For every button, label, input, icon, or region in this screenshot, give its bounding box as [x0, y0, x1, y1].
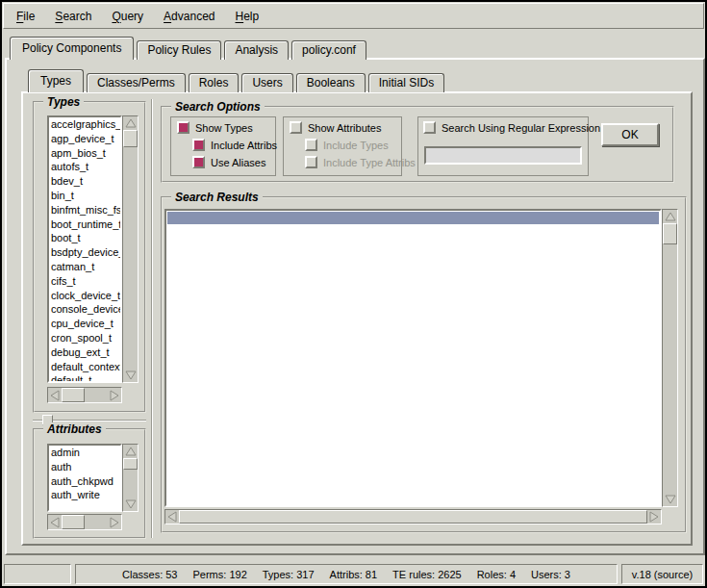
scrollbar-trough[interactable] — [663, 244, 677, 493]
attributes-horizontal-scrollbar[interactable] — [47, 514, 122, 530]
scrollbar-thumb[interactable] — [123, 458, 138, 470]
list-item[interactable]: apm_bios_t — [49, 146, 120, 161]
regex-input[interactable] — [424, 146, 582, 165]
list-item[interactable]: binfmt_misc_fs — [49, 203, 120, 217]
results-vertical-scrollbar[interactable] — [662, 209, 678, 507]
up-arrow-icon — [125, 446, 137, 457]
list-item[interactable]: auth_write — [49, 488, 120, 502]
menu-file[interactable]: File — [10, 7, 41, 26]
scroll-right-button[interactable] — [108, 388, 121, 402]
tab-policy-rules[interactable]: Policy Rules — [137, 40, 221, 60]
checkbox-include-attribs[interactable]: Include Attribs — [192, 139, 277, 151]
list-item[interactable]: auth — [49, 460, 120, 474]
checkbox-label: Show Types — [195, 122, 253, 134]
scroll-left-button[interactable] — [48, 388, 62, 402]
checkbox-show-attributes[interactable]: Show Attributes — [290, 121, 381, 134]
menu-label: ile — [23, 10, 35, 23]
list-item[interactable]: default_t — [49, 373, 120, 383]
menu-search[interactable]: Search — [48, 7, 98, 26]
list-item[interactable]: cifs_t — [49, 274, 120, 289]
tab-roles[interactable]: Roles — [189, 73, 240, 92]
checkbox-label: Include Type Attribs — [323, 157, 416, 168]
checkbox-include-type-attribs: Include Type Attribs — [305, 156, 416, 168]
tab-policy-components[interactable]: Policy Components — [10, 37, 134, 60]
tab-classes-perms[interactable]: Classes/Perms — [87, 73, 186, 92]
list-item[interactable]: accelgraphics_e — [49, 117, 120, 132]
menu-label: dvanced — [171, 10, 215, 23]
ok-button[interactable]: OK — [601, 123, 659, 146]
left-arrow-icon — [49, 517, 61, 528]
down-arrow-icon — [125, 370, 137, 381]
menu-help[interactable]: Help — [228, 7, 265, 26]
scroll-left-button[interactable] — [48, 515, 62, 529]
list-item[interactable]: console_device_ — [49, 302, 120, 317]
results-horizontal-scrollbar[interactable] — [164, 509, 662, 524]
scrollbar-thumb[interactable] — [179, 510, 647, 524]
tab-booleans[interactable]: Booleans — [296, 73, 366, 92]
tab-policy-conf[interactable]: policy.conf — [291, 40, 366, 60]
up-arrow-icon — [125, 117, 137, 129]
types-vertical-scrollbar[interactable] — [122, 115, 139, 383]
tab-types[interactable]: Types — [28, 69, 84, 92]
stat-perms: Perms: 192 — [193, 569, 247, 580]
list-item[interactable]: agp_device_t — [49, 132, 120, 146]
scroll-right-button[interactable] — [108, 515, 121, 529]
menu-accel: H — [235, 10, 243, 23]
scrollbar-trough[interactable] — [85, 388, 108, 402]
list-item[interactable]: boot_t — [49, 231, 120, 245]
stat-attribs: Attribs: 81 — [330, 569, 378, 580]
scroll-left-button[interactable] — [165, 510, 179, 524]
list-item[interactable]: boot_runtime_t — [49, 217, 120, 232]
menu-label: elp — [243, 10, 259, 23]
search-results-text[interactable] — [164, 209, 662, 507]
list-item[interactable]: cron_spool_t — [49, 331, 120, 345]
tab-analysis[interactable]: Analysis — [224, 40, 289, 60]
attributes-groupbox: Attributes admin auth auth_chkpwd auth_w… — [33, 428, 146, 539]
list-item[interactable]: bin_t — [49, 189, 120, 203]
menu-advanced[interactable]: Advanced — [157, 7, 221, 26]
scroll-down-button[interactable] — [663, 493, 677, 506]
scroll-down-button[interactable] — [123, 498, 138, 511]
scrollbar-trough[interactable] — [85, 515, 108, 529]
component-tab-bar: Types Classes/Perms Roles Users Booleans… — [28, 69, 447, 92]
scroll-up-button[interactable] — [663, 210, 677, 223]
scrollbar-trough[interactable] — [123, 470, 138, 498]
scroll-right-button[interactable] — [647, 510, 661, 524]
left-arrow-icon — [49, 390, 61, 401]
list-item[interactable]: cpu_device_t — [49, 317, 120, 331]
checkbox-show-types[interactable]: Show Types — [177, 121, 253, 134]
checkbox-regex[interactable]: Search Using Regular Expression — [423, 121, 600, 134]
checkbox-indicator — [290, 121, 302, 134]
stat-te-rules: TE rules: 2625 — [392, 569, 462, 580]
checkbox-use-aliases[interactable]: Use Aliases — [192, 156, 265, 168]
tab-initial-sids[interactable]: Initial SIDs — [368, 73, 444, 92]
scroll-up-button[interactable] — [123, 116, 138, 130]
tab-users[interactable]: Users — [241, 73, 292, 92]
right-arrow-icon — [109, 517, 120, 528]
scroll-down-button[interactable] — [123, 369, 138, 382]
checkbox-indicator — [305, 156, 317, 168]
scrollbar-thumb[interactable] — [62, 515, 85, 529]
list-item[interactable]: default_context — [49, 360, 120, 374]
scrollbar-thumb[interactable] — [62, 388, 85, 402]
types-tab-panel: Types accelgraphics_e agp_device_t apm_b… — [21, 91, 693, 546]
scroll-up-button[interactable] — [123, 445, 138, 458]
list-item[interactable]: debug_ext_t — [49, 345, 120, 360]
list-item[interactable]: admin — [49, 446, 120, 460]
checkbox-indicator — [192, 139, 205, 151]
scrollbar-thumb[interactable] — [123, 130, 138, 147]
list-item[interactable]: bdev_t — [49, 174, 120, 189]
list-item[interactable]: autofs_t — [49, 160, 120, 174]
search-results-label: Search Results — [171, 191, 263, 204]
types-horizontal-scrollbar[interactable] — [47, 387, 122, 403]
types-listbox[interactable]: accelgraphics_e agp_device_t apm_bios_t … — [47, 115, 122, 383]
attributes-listbox[interactable]: admin auth auth_chkpwd auth_write — [47, 444, 122, 512]
menu-query[interactable]: Query — [105, 7, 150, 26]
list-item[interactable]: bsdpty_device_ — [49, 245, 120, 260]
attributes-vertical-scrollbar[interactable] — [122, 444, 139, 512]
list-item[interactable]: catman_t — [49, 260, 120, 274]
scrollbar-trough[interactable] — [123, 147, 138, 369]
list-item[interactable]: auth_chkpwd — [49, 474, 120, 489]
scrollbar-thumb[interactable] — [663, 223, 677, 244]
list-item[interactable]: clock_device_t — [49, 289, 120, 303]
